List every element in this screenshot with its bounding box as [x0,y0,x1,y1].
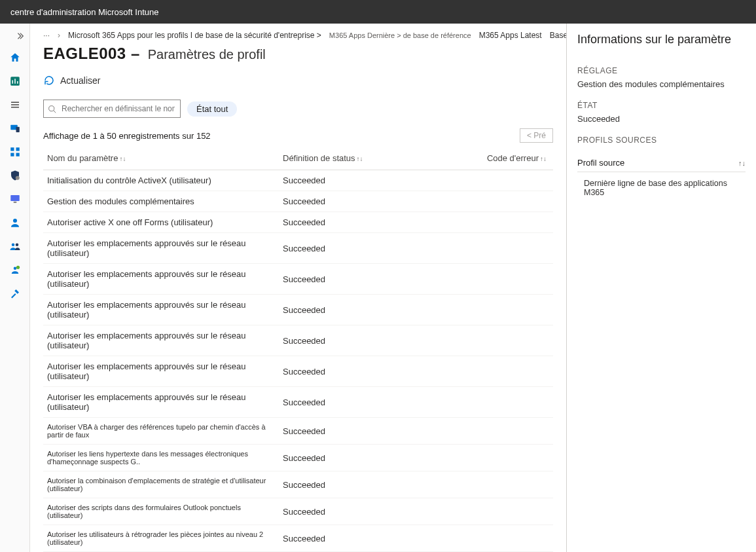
cell-error [431,356,553,387]
sidebar-item-reports[interactable] [0,187,29,211]
info-column-source[interactable]: Profil source [577,158,624,168]
svg-rect-9 [16,153,19,156]
page-title-main: EAGLE003 – [43,45,140,63]
cell-setting-name: Autoriser les emplacements approuvés sur… [43,295,279,325]
user-icon [9,217,21,229]
cell-setting-name: Autoriser les liens hypertexte dans les … [43,445,279,471]
cell-status: Succeeded [279,295,431,325]
svg-rect-5 [16,127,19,132]
column-header-error[interactable]: Code d'erreur↑↓ [431,147,553,170]
page-title-sub: Paramètres de profil [148,47,266,62]
cell-setting-name: Autoriser les emplacements approuvés sur… [43,233,279,264]
cell-status: Succeeded [279,498,431,525]
cell-error [431,387,553,418]
table-row[interactable]: Autoriser active X one off Forms (utilis… [43,212,553,233]
sort-icon: ↑↓ [738,159,746,167]
table-row[interactable]: Autoriser des scripts dans des formulair… [43,498,553,525]
pager-previous[interactable]: < Pré [520,128,553,143]
group-icon [9,240,21,252]
sidebar-item-tenant-admin[interactable] [0,258,29,282]
sort-icon: ↑↓ [540,155,547,162]
svg-rect-1 [12,81,13,84]
topbar: centre d'administration Microsoft Intune [0,0,756,24]
cell-error [431,191,553,212]
cell-error [431,264,553,295]
svg-rect-8 [10,153,14,156]
shield-icon [9,170,21,181]
table-row[interactable]: Autoriser VBA à charger des références t… [43,418,553,445]
breadcrumb-overflow[interactable]: ··· [43,31,50,40]
sidebar-item-devices[interactable] [0,117,29,140]
breadcrumb-item[interactable]: M365 Apps Dernière > de base de référenc… [329,31,471,39]
cell-status: Succeeded [279,445,431,471]
svg-rect-3 [17,81,18,84]
cell-error [431,471,553,498]
cell-setting-name: Autoriser les emplacements approuvés sur… [43,264,279,295]
table-row[interactable]: Autoriser les utilisateurs à rétrograder… [43,525,553,552]
cell-status: Succeeded [279,356,431,387]
cell-error [431,233,553,264]
sidebar-item-dashboard[interactable] [0,69,29,93]
gear-person-icon [9,264,21,276]
table-row[interactable]: Autoriser les emplacements approuvés sur… [43,356,553,387]
cell-status: Succeeded [279,387,431,418]
devices-icon [9,122,21,134]
cell-error [431,525,553,552]
svg-point-16 [13,267,16,270]
cell-error [431,212,553,233]
sidebar [0,24,30,552]
table-row[interactable]: Autoriser les emplacements approuvés sur… [43,295,553,325]
breadcrumb-item[interactable]: Baseline [550,31,566,40]
table-row[interactable]: Autoriser la combinaison d'emplacements … [43,471,553,498]
dashboard-icon [9,75,21,87]
info-source-row[interactable]: Dernière ligne de base des applications … [577,172,746,202]
info-label-setting: RÉGLAGE [577,66,746,75]
table-row[interactable]: Initialisation du contrôle ActiveX (util… [43,170,553,191]
refresh-button[interactable]: Actualiser [43,75,100,86]
svg-point-15 [15,244,18,247]
table-row[interactable]: Autoriser les liens hypertexte dans les … [43,445,553,471]
cell-setting-name: Autoriser les utilisateurs à rétrograder… [43,525,279,552]
search-field[interactable] [60,103,176,114]
app-title: centre d'administration Microsoft Intune [10,7,158,17]
info-label-state: ÉTAT [577,101,746,110]
cell-status: Succeeded [279,471,431,498]
cell-setting-name: Autoriser des scripts dans des formulair… [43,498,279,525]
table-row[interactable]: Autoriser les emplacements approuvés sur… [43,325,553,356]
record-count: Affichage de 1 à 50 enregistrements sur … [43,131,211,141]
cell-status: Succeeded [279,212,431,233]
table-row[interactable]: Gestion des modules complémentairesSucce… [43,191,553,212]
breadcrumb-item[interactable]: Microsoft 365 Apps pour les profils I de… [68,31,321,40]
sidebar-item-all-services[interactable] [0,93,29,117]
svg-point-13 [13,219,17,223]
cell-setting-name: Autoriser VBA à charger des références t… [43,418,279,445]
cell-status: Succeeded [279,170,431,191]
column-header-status[interactable]: Définition de status↑↓ [279,147,431,170]
cell-error [431,445,553,471]
table-row[interactable]: Autoriser les emplacements approuvés sur… [43,233,553,264]
sidebar-item-troubleshoot[interactable] [0,282,29,305]
sidebar-item-home[interactable] [0,46,29,69]
page-title: EAGLE003 – Paramètres de profil [30,43,566,65]
info-panel-title: Informations sur le paramètre [577,33,746,46]
info-value-setting: Gestion des modules complémentaires [577,79,746,89]
main-content: ··· › Microsoft 365 Apps pour les profil… [30,24,566,552]
sidebar-item-apps[interactable] [0,140,29,164]
cell-setting-name: Initialisation du contrôle ActiveX (util… [43,170,279,191]
cell-status: Succeeded [279,191,431,212]
table-row[interactable]: Autoriser les emplacements approuvés sur… [43,264,553,295]
svg-rect-6 [10,147,14,151]
home-icon [9,52,21,64]
state-filter-pill[interactable]: État tout [187,101,237,117]
sidebar-item-users[interactable] [0,211,29,234]
sidebar-collapse-button[interactable] [0,26,29,46]
chevrons-right-icon [15,31,24,41]
svg-rect-7 [16,147,19,151]
table-row[interactable]: Autoriser les emplacements approuvés sur… [43,387,553,418]
column-header-name[interactable]: Nom du paramètre↑↓ [43,147,279,170]
sidebar-item-endpoint-security[interactable] [0,164,29,187]
cell-status: Succeeded [279,233,431,264]
sidebar-item-groups[interactable] [0,234,29,258]
breadcrumb-item[interactable]: M365 Apps Latest [479,31,542,40]
search-input[interactable] [43,100,181,118]
